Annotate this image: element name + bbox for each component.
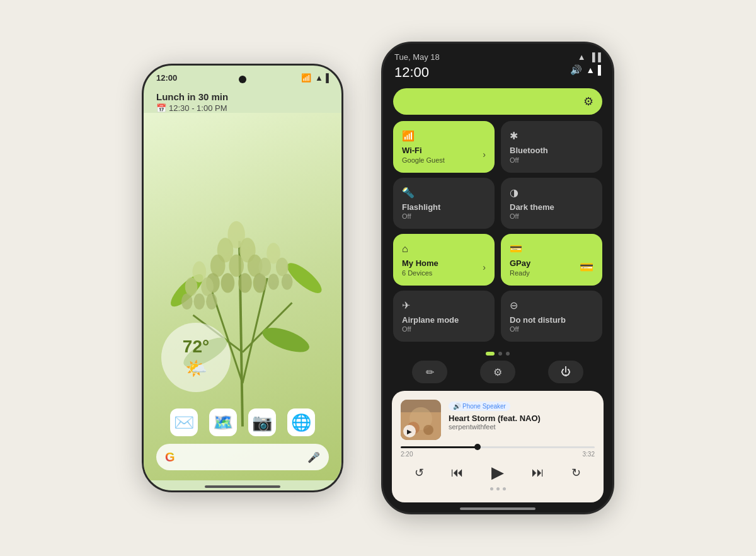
status-date: Tue, May 18 [394,52,440,62]
wifi-tile-icon: 📶 [402,130,486,142]
right-phone: Tue, May 18 ▲ ▐▐ 12:00 🔊 ▲▐ ⚙ 📶 Wi-Fi Go… [381,42,614,514]
status-time: 12:00 [156,73,177,83]
maps-icon[interactable]: 🗺️ [209,408,237,436]
bluetooth-tile[interactable]: ✱ Bluetooth Off [501,121,602,173]
status-icons-right: ▲ ▐▐ [578,52,601,62]
album-art: ▶ [401,400,441,440]
left-phone: 12:00 📶 ▲▐ Lunch in 30 min 📅 12:30 - 1:0… [142,64,343,492]
volume-down-button[interactable] [341,185,343,223]
flashlight-tile[interactable]: 🔦 Flashlight Off [393,178,495,229]
wifi-signal-icon: 🔊 [570,64,582,76]
media-dot-1 [490,487,493,490]
weather-temp: 72° [183,337,209,357]
forward-button[interactable]: ↻ [571,466,581,480]
time-row: 12:00 🔊 ▲▐ [383,62,612,86]
progress-bar[interactable] [401,446,595,448]
power-button-right[interactable] [612,144,614,195]
dark-theme-sub: Off [510,212,593,220]
gpay-card-icon: 💳 [580,260,593,274]
google-logo: G [165,450,175,465]
skip-next-button[interactable]: ⏭ [532,465,544,480]
airplane-tile[interactable]: ✈ Airplane mode Off [393,291,495,342]
wifi-tile[interactable]: 📶 Wi-Fi Google Guest › [393,121,495,173]
gpay-tile[interactable]: 💳 GPay Ready 💳 [501,234,602,286]
bluetooth-tile-icon: ✱ [510,130,593,142]
photos-icon[interactable]: 📷 [248,408,276,436]
volume-up-button[interactable] [341,141,343,179]
bluetooth-tile-title: Bluetooth [510,146,593,156]
page-indicators [383,352,612,356]
time-display: 2:20 3:32 [401,451,595,458]
app-dock: ✉️ 🗺️ 📷 🌐 [144,408,341,436]
bluetooth-tile-sub: Off [510,156,593,164]
media-dots [401,487,595,490]
progress-fill [401,446,478,448]
dark-theme-icon: ◑ [510,187,593,199]
play-pause-button[interactable]: ▶ [491,463,504,482]
myhome-tile-title: My Home [402,258,438,269]
quick-tiles-row3: ⌂ My Home 6 Devices › 💳 GPay Ready 💳 [383,234,612,286]
gpay-tile-sub: Ready [510,269,530,277]
notification-title: Lunch in 30 min [156,91,329,102]
signal-icon: 📶 [301,73,311,83]
quick-tiles-row2: 🔦 Flashlight Off ◑ Dark theme Off [383,178,612,229]
gpay-tile-icon: 💳 [510,243,593,255]
media-dot-3 [503,487,506,490]
page-dot-3 [506,352,510,356]
media-player: ▶ 🔊 Phone Speaker Heart Storm (feat. NAO… [392,391,604,502]
progress-area[interactable]: 2:20 3:32 [401,446,595,458]
time-current: 2:20 [401,451,413,458]
media-controls: ↺ ⏮ ▶ ⏭ ↻ [401,463,595,482]
page-dot-1 [486,352,495,356]
page-dot-2 [498,352,502,356]
quick-tiles-row4: ✈ Airplane mode Off ⊖ Do not disturb Off [383,291,612,342]
media-header: ▶ 🔊 Phone Speaker Heart Storm (feat. NAO… [401,400,595,440]
quick-action-bar: ✏ ⚙ ⏻ [383,361,612,383]
chrome-icon[interactable]: 🌐 [287,408,315,436]
dark-theme-title: Dark theme [510,202,593,212]
notification-sub: 📅 12:30 - 1:00 PM [156,103,329,113]
airplane-tile-title: Airplane mode [402,315,486,325]
status-time-right: 12:00 [394,64,429,81]
wallpaper-area: 72° 🌤️ ✉️ 🗺️ 📷 🌐 G 🎤 [144,113,341,480]
svg-point-35 [423,425,433,435]
myhome-tile-sub: 6 Devices [402,269,438,277]
volume-down-right[interactable] [381,173,383,207]
skip-prev-button[interactable]: ⏮ [451,465,464,480]
power-off-button[interactable]: ⏻ [548,361,583,383]
dnd-tile-title: Do not disturb [510,315,593,325]
lte-icon: ▲▐ [586,65,601,75]
settings-button[interactable]: ⚙ [480,361,515,383]
mic-icon[interactable]: 🎤 [307,451,320,463]
camera-dot [239,76,246,83]
home-indicator[interactable] [205,485,280,488]
brightness-slider[interactable]: ⚙ [393,88,602,115]
media-title: Heart Storm (feat. NAO) [449,414,595,423]
volume-up-right[interactable] [381,132,383,166]
airplane-tile-icon: ✈ [402,299,486,311]
progress-thumb [474,444,481,450]
media-info: 🔊 Phone Speaker Heart Storm (feat. NAO) … [449,400,595,431]
signal-area: 🔊 ▲▐ [570,64,601,76]
status-bar-right: Tue, May 18 ▲ ▐▐ [383,43,612,62]
gpay-tile-title: GPay [510,258,530,269]
quick-tiles-row1: 📶 Wi-Fi Google Guest › ✱ Bluetooth Off [383,121,612,173]
time-total: 3:32 [583,451,595,458]
calendar-icon: 📅 [156,103,166,113]
dnd-tile[interactable]: ⊖ Do not disturb Off [501,291,602,342]
media-source: 🔊 Phone Speaker [449,402,510,411]
brightness-icon: ⚙ [583,95,593,108]
signal-bars: ▲▐ [315,73,329,83]
search-bar[interactable]: G 🎤 [156,444,329,470]
dark-theme-tile[interactable]: ◑ Dark theme Off [501,178,602,229]
wifi-tile-title: Wi-Fi [402,146,445,156]
weather-icon: 🌤️ [185,358,207,379]
home-indicator-right[interactable] [460,507,536,510]
myhome-tile[interactable]: ⌂ My Home 6 Devices › [393,234,495,286]
gmail-icon[interactable]: ✉️ [170,408,198,436]
wifi-tile-sub: Google Guest [402,156,445,164]
replay-button[interactable]: ↺ [415,466,424,480]
flashlight-tile-icon: 🔦 [402,187,486,199]
media-artist: serpentwithfeet [449,423,595,431]
edit-button[interactable]: ✏ [412,361,447,383]
